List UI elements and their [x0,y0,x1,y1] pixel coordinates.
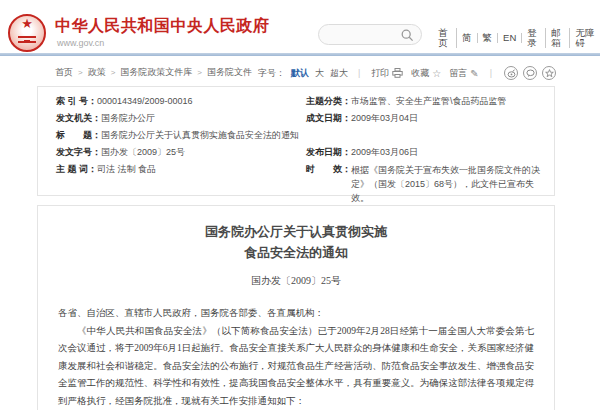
meta-value: 市场监管、安全生产监管\食品药品监管 [351,95,507,107]
star-icon: ☆ [432,68,441,79]
nav-link-simplified[interactable]: 简 [457,33,478,43]
meta-value: 000014349/2009-00016 [97,95,193,107]
meta-label: 时 效： [306,163,351,205]
pencil-icon: ✎ [470,68,478,79]
meta-row-title: 标 题： 国务院办公厅关于认真贯彻实施食品安全法的通知 [56,129,536,141]
breadcrumb-item-policy[interactable]: 政策 [88,66,106,79]
document-paragraph-salutation: 各省、自治区、直辖市人民政府，国务院各部委、各直属机构： [58,305,534,323]
meta-label: 主题分类： [306,95,351,107]
meta-value: 司法 法制 食品 [97,163,156,175]
nav-link-mailbox[interactable]: 邮箱 [546,28,570,48]
breadcrumb-item-home[interactable]: 首页 [55,66,73,79]
document-number: 国办发〔2009〕25号 [38,274,554,288]
font-size-default-button[interactable]: 默认 [291,67,309,80]
search-box [318,24,422,45]
document-body: 各省、自治区、直辖市人民政府，国务院各部委、各直属机构： 《中华人民共和国食品安… [58,305,534,410]
meta-row-written-date: 成文日期： 2009年03月04日 [306,112,551,124]
breadcrumb-separator: > [197,68,202,77]
toolbar-divider: | [490,68,492,78]
header-nav: 首页 简 繁 EN 登录 邮箱 无障碍 [433,28,600,48]
wechat-share-icon[interactable] [523,66,537,80]
site-header: ★ 中华人民共和国中央人民政府 www.gov.cn 首页 简 繁 EN 登录 … [0,0,600,54]
search-icon[interactable] [401,29,414,42]
meta-label: 成文日期： [306,112,351,124]
meta-row-validity: 时 效： 根据《国务院关于宣布失效一批国务院文件的决定》（国发〔2015〕68号… [306,163,548,205]
more-share-icon[interactable] [542,66,556,80]
document-title-line2: 食品安全法的通知 [38,242,554,263]
breadcrumb-item-policy-library[interactable]: 国务院政策文件库 [120,66,192,79]
nav-link-login[interactable]: 登录 [522,28,546,48]
meta-label: 标 题： [56,129,101,141]
breadcrumb-item-state-council-docs[interactable]: 国务院文件 [207,66,252,79]
print-button[interactable]: 打印 [371,67,403,80]
font-size-large-button[interactable]: 大 [315,67,324,80]
document-title-line1: 国务院办公厅关于认真贯彻实施 [38,221,554,242]
meta-row-doc-number: 发文字号： 国办发〔2009〕25号 [56,146,301,158]
nav-link-english[interactable]: EN [498,33,522,43]
favorite-button[interactable]: 收藏 ☆ [411,67,441,80]
meta-value: 2009年03月06日 [351,146,418,158]
breadcrumb-separator: > [111,68,116,77]
font-size-xlarge-button[interactable]: 超大 [330,67,348,80]
meta-label: 发文字号： [56,146,101,158]
meta-row-topic-category: 主题分类： 市场监管、安全生产监管\食品药品监管 [306,95,551,107]
search-input[interactable] [329,27,401,43]
document-title: 国务院办公厅关于认真贯彻实施 食品安全法的通知 [38,221,554,263]
meta-value: 国办发〔2009〕25号 [101,146,185,158]
meta-row-publish-date: 发布日期： 2009年03月06日 [306,146,551,158]
meta-value: 根据《国务院关于宣布失效一批国务院文件的决定》（国发〔2015〕68号），此文件… [351,163,548,205]
breadcrumb: 首页 > 政策 > 国务院政策文件库 > 国务院文件 [55,66,252,79]
meta-row-issuing-agency: 发文机关： 国务院办公厅 [56,112,301,124]
breadcrumb-toolbar-row: 首页 > 政策 > 国务院政策文件库 > 国务院文件 字号： 默认 大 超大 |… [0,63,600,81]
national-emblem-logo: ★ [8,14,46,52]
meta-row-index-number: 索 引 号： 000014349/2009-00016 [56,95,301,107]
comment-button[interactable]: 留言 ✎ [449,67,478,80]
printer-icon [392,68,403,78]
meta-row-subject-words: 主 题 词： 司法 法制 食品 [56,163,301,175]
print-label: 打印 [371,67,389,80]
document-meta-table: 索 引 号： 000014349/2009-00016 发文机关： 国务院办公厅… [37,86,555,196]
article-toolbar: 字号： 默认 大 超大 | 打印 收藏 ☆ 留言 ✎ | [258,66,556,80]
nav-link-accessibility[interactable]: 无障碍 [570,28,600,48]
nav-link-traditional[interactable]: 繁 [478,33,499,43]
breadcrumb-separator: > [78,68,83,77]
emblem-gate-icon [18,36,36,43]
meta-value: 2009年03月04日 [351,112,418,124]
favorite-label: 收藏 [411,67,429,80]
weibo-share-icon[interactable] [504,66,518,80]
header-divider [0,53,600,56]
meta-label: 发布日期： [306,146,351,158]
font-size-label: 字号： [258,67,285,80]
comment-label: 留言 [449,67,467,80]
meta-label: 索 引 号： [56,95,97,107]
meta-value: 国务院办公厅关于认真贯彻实施食品安全法的通知 [101,129,299,141]
site-title: 中华人民共和国中央人民政府 [55,16,270,37]
meta-label: 主 题 词： [56,163,97,175]
site-url: www.gov.cn [57,38,104,48]
meta-value: 国务院办公厅 [101,112,155,124]
document-content: 国务院办公厅关于认真贯彻实施 食品安全法的通知 国办发〔2009〕25号 各省、… [37,205,555,410]
nav-link-home[interactable]: 首页 [433,28,457,48]
emblem-star-icon: ★ [10,17,44,31]
meta-label: 发文机关： [56,112,101,124]
document-paragraph-intro: 《中华人民共和国食品安全法》（以下简称食品安全法）已于2009年2月28日经第十… [58,323,534,410]
toolbar-divider: | [358,68,360,78]
